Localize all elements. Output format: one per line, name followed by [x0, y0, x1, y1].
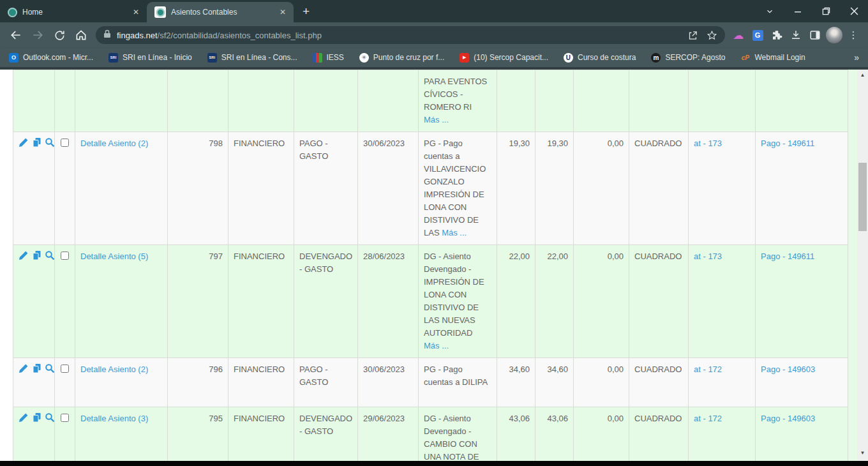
table-row: Detalle Asiento (3) 795 FINANCIERO DEVEN… — [13, 407, 848, 462]
sri-icon: SRI — [207, 53, 217, 63]
numero-cell: 795 — [168, 407, 228, 462]
row-checkbox[interactable] — [61, 414, 69, 422]
restore-button[interactable] — [812, 0, 840, 22]
referencia-link[interactable]: at - 172 — [694, 365, 722, 374]
window-bottom-edge — [0, 461, 868, 466]
extension-cloud-icon[interactable]: ☁ — [729, 26, 748, 45]
new-tab-button[interactable]: + — [303, 5, 310, 17]
mas-link[interactable]: Más ... — [424, 114, 491, 126]
bookmark-curso-costura[interactable]: U Curso de costura — [564, 53, 636, 63]
copy-icon[interactable] — [32, 250, 43, 260]
haber-cell: 43,06 — [535, 407, 574, 462]
edit-icon[interactable] — [19, 412, 29, 423]
numero-cell: 798 — [168, 132, 228, 245]
tipo-cell: PAGO - GASTO — [294, 132, 358, 245]
pago-link[interactable]: Pago - 149611 — [761, 252, 814, 261]
bookmark-sri-inicio[interactable]: SRI SRI en Línea - Inicio — [108, 53, 192, 63]
edit-icon[interactable] — [19, 363, 29, 373]
row-checkbox[interactable] — [61, 139, 69, 147]
scroll-up-arrow-icon[interactable]: ▲ — [857, 70, 868, 80]
site-favicon-icon — [8, 8, 17, 17]
close-tab-icon[interactable]: ✕ — [130, 6, 142, 18]
iess-icon — [313, 53, 322, 63]
tab-home[interactable]: Home ✕ — [0, 2, 147, 22]
bookmarks-overflow-chevron-icon[interactable]: » — [854, 52, 859, 63]
minimize-button[interactable] — [784, 0, 812, 22]
fecha-cell: 29/06/2023 — [358, 407, 419, 462]
detalle-asiento-link[interactable]: Detalle Asiento (2) — [80, 365, 148, 374]
detalle-asiento-link[interactable]: Detalle Asiento (5) — [80, 252, 148, 261]
haber-cell: 34,60 — [535, 358, 574, 407]
pago-link[interactable]: Pago - 149603 — [761, 365, 815, 374]
mas-link[interactable]: Más ... — [442, 228, 467, 237]
edit-icon[interactable] — [19, 250, 29, 260]
profile-avatar[interactable] — [825, 26, 844, 45]
tipo-cell: DEVENGADO - GASTO — [294, 245, 358, 358]
mas-link[interactable]: Más ... — [424, 340, 491, 352]
vertical-scrollbar[interactable]: ▲ ▼ — [857, 70, 868, 461]
cpanel-icon: cP — [740, 53, 750, 63]
diferencia-cell: 0,00 — [574, 407, 629, 462]
home-button[interactable] — [70, 24, 92, 46]
share-icon[interactable] — [683, 26, 702, 45]
fecha-cell: 28/06/2023 — [358, 245, 419, 358]
bookmark-sercop-youtube[interactable]: ▶ (10) Sercop Capacit... — [460, 53, 548, 63]
bookmark-punto-de-cruz[interactable]: ✳ Punto de cruz por f... — [359, 53, 444, 63]
numero-cell: 797 — [168, 245, 228, 358]
table-row: Detalle Asiento (5) 797 FINANCIERO DEVEN… — [13, 245, 848, 358]
side-panel-icon[interactable] — [805, 26, 825, 45]
bookmark-sercop-agosto[interactable]: m SERCOP: Agosto — [651, 53, 725, 63]
asientos-contables-table: PARA EVENTOS CÍVICOS - ROMERO RI Más ...… — [13, 70, 848, 461]
row-checkbox[interactable] — [61, 252, 69, 260]
browser-menu-icon[interactable]: ⋮ — [844, 26, 863, 45]
reload-button[interactable] — [49, 24, 70, 46]
browser-toolbar: fingads.net/sf2/contabilidad/asientos_co… — [0, 22, 868, 48]
referencia-link[interactable]: at - 173 — [694, 139, 722, 148]
haber-cell: 22,00 — [535, 245, 574, 358]
pago-link[interactable]: Pago - 149611 — [761, 139, 814, 148]
estado-cell: CUADRADO — [629, 407, 689, 462]
back-button[interactable] — [5, 24, 27, 46]
site-favicon-icon — [156, 8, 165, 17]
estado-cell: CUADRADO — [629, 245, 689, 358]
copy-icon[interactable] — [32, 137, 43, 147]
close-window-button[interactable] — [840, 0, 868, 22]
haber-cell: 19,30 — [535, 132, 574, 245]
bookmark-sri-consultas[interactable]: SRI SRI en Línea - Cons... — [207, 53, 297, 63]
scroll-down-arrow-icon[interactable]: ▼ — [857, 447, 868, 458]
referencia-link[interactable]: at - 173 — [694, 252, 722, 261]
extensions-puzzle-icon[interactable] — [767, 26, 786, 45]
downloads-icon[interactable] — [786, 26, 805, 45]
diferencia-cell: 0,00 — [574, 132, 629, 245]
view-detail-magnifier-icon[interactable] — [45, 250, 54, 260]
referencia-link[interactable]: at - 172 — [694, 414, 722, 423]
fecha-cell: 30/06/2023 — [358, 132, 419, 245]
view-detail-magnifier-icon[interactable] — [45, 363, 54, 373]
close-tab-icon[interactable]: ✕ — [277, 6, 288, 18]
table-row: Detalle Asiento (2) 796 FINANCIERO PAGO … — [13, 358, 848, 407]
lock-icon[interactable] — [103, 29, 111, 41]
view-detail-magnifier-icon[interactable] — [45, 412, 54, 423]
tab-search-chevron-icon[interactable] — [756, 0, 784, 22]
row-checkbox[interactable] — [61, 365, 69, 373]
copy-icon[interactable] — [32, 363, 43, 373]
descripcion-cell: PG - Pago cuentas a VILLAVICENCIO GONZAL… — [419, 132, 497, 245]
translate-icon[interactable]: G — [748, 26, 767, 45]
pago-link[interactable]: Pago - 149603 — [761, 414, 815, 423]
scrollbar-thumb[interactable] — [858, 163, 867, 231]
view-detail-magnifier-icon[interactable] — [45, 137, 54, 147]
detalle-asiento-link[interactable]: Detalle Asiento (2) — [80, 139, 148, 148]
bookmark-iess[interactable]: IESS — [313, 53, 344, 63]
forward-button[interactable] — [27, 24, 49, 46]
detalle-asiento-link[interactable]: Detalle Asiento (3) — [80, 414, 148, 423]
cross-stitch-icon: ✳ — [359, 53, 369, 63]
edit-icon[interactable] — [19, 137, 29, 147]
bookmark-star-icon[interactable] — [702, 26, 721, 45]
copy-icon[interactable] — [32, 412, 43, 423]
descripcion-cell: PG - Pago cuentas a DILIPA — [419, 358, 497, 407]
bookmark-outlook[interactable]: O Outlook.com - Micr... — [9, 53, 93, 63]
address-bar[interactable]: fingads.net/sf2/contabilidad/asientos_co… — [96, 26, 725, 44]
tab-asientos-contables[interactable]: Asientos Contables ✕ — [147, 2, 294, 22]
page-content: PARA EVENTOS CÍVICOS - ROMERO RI Más ...… — [0, 70, 857, 461]
bookmark-webmail[interactable]: cP Webmail Login — [740, 53, 805, 63]
